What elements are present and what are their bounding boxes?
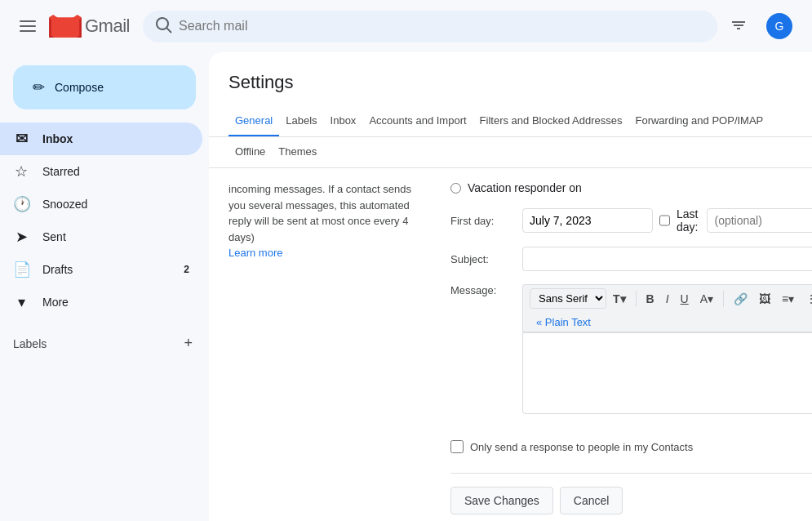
search-icon: [156, 17, 172, 36]
labels-title: Labels: [13, 337, 47, 350]
sidebar-item-sent[interactable]: ➤ Sent: [0, 220, 202, 253]
italic-button[interactable]: I: [661, 289, 674, 309]
settings-content: Settings General Labels Inbox Accounts a…: [209, 52, 812, 521]
toolbar-divider-1: [636, 291, 637, 307]
vacation-description-col: incoming messages. If a contact sends yo…: [209, 181, 437, 521]
subject-input[interactable]: [522, 247, 812, 271]
svg-rect-2: [20, 30, 36, 32]
sidebar-item-label: Drafts: [42, 263, 73, 276]
tab-accounts[interactable]: Accounts and Import: [362, 106, 473, 137]
vacation-form-col: Vacation responder on First day: Last da…: [437, 181, 812, 521]
drafts-badge: 2: [184, 264, 189, 275]
message-label-row: Message: Sans Serif T▾ B: [450, 284, 812, 414]
first-day-row: First day: Last day:: [450, 207, 812, 234]
underline-button[interactable]: U: [676, 289, 694, 309]
starred-icon: ☆: [13, 163, 29, 180]
svg-rect-0: [20, 20, 36, 22]
only-contacts-row: Only send a response to people in my Con…: [450, 440, 812, 453]
sidebar-item-label: More: [42, 296, 69, 309]
top-bar: Gmail G: [0, 0, 812, 52]
message-toolbar: Sans Serif T▾ B I U A▾: [522, 284, 812, 312]
last-day-input[interactable]: [707, 208, 812, 233]
link-button[interactable]: 🔗: [729, 289, 752, 309]
subtab-offline[interactable]: Offline: [229, 137, 272, 168]
compose-label: Compose: [55, 81, 104, 94]
tab-filters[interactable]: Filters and Blocked Addresses: [473, 106, 629, 137]
svg-rect-1: [20, 25, 36, 27]
settings-title: Settings: [209, 52, 812, 106]
font-family-select[interactable]: Sans Serif: [530, 288, 606, 309]
vacation-responder-on-label: Vacation responder on: [468, 181, 582, 194]
last-day-checkbox[interactable]: [659, 214, 670, 227]
tab-inbox[interactable]: Inbox: [324, 106, 363, 137]
inbox-icon: ✉: [13, 130, 29, 148]
hamburger-menu-button[interactable]: [13, 11, 42, 41]
text-color-button[interactable]: A▾: [695, 289, 718, 309]
vacation-responder-on-radio[interactable]: [450, 183, 461, 194]
main-area: ✏ Compose ✉ Inbox ☆ Starred 🕐 Snoozed ➤ …: [0, 52, 812, 521]
message-label: Message:: [450, 284, 516, 296]
align-button[interactable]: ≡▾: [777, 289, 799, 309]
tab-labels[interactable]: Labels: [279, 106, 323, 137]
tab-general[interactable]: General: [229, 106, 279, 137]
user-avatar: G: [766, 13, 792, 39]
only-contacts-label: Only send a response to people in my Con…: [470, 441, 693, 453]
sidebar-item-starred[interactable]: ☆ Starred: [0, 155, 202, 188]
cancel-button[interactable]: Cancel: [560, 487, 623, 514]
first-day-input[interactable]: [522, 208, 653, 233]
message-editor-container: Sans Serif T▾ B I U A▾: [522, 284, 812, 414]
sidebar-item-drafts[interactable]: 📄 Drafts 2: [0, 253, 202, 286]
settings-body: incoming messages. If a contact sends yo…: [209, 168, 812, 521]
labels-section-header: Labels +: [0, 325, 209, 362]
sidebar-item-label: Inbox: [42, 132, 73, 145]
first-day-label: First day:: [450, 215, 516, 227]
last-day-checkbox-label: Last day:: [659, 207, 700, 234]
save-changes-button[interactable]: Save Changes: [450, 487, 553, 514]
search-input[interactable]: [179, 19, 704, 33]
bold-button[interactable]: B: [641, 289, 659, 309]
subtab-themes[interactable]: Themes: [272, 137, 323, 168]
account-avatar[interactable]: G: [760, 7, 799, 46]
vacation-responder-on-row: Vacation responder on: [450, 181, 812, 194]
settings-tabs: General Labels Inbox Accounts and Import…: [209, 106, 812, 137]
only-contacts-checkbox[interactable]: [450, 440, 464, 453]
search-filter-button[interactable]: [724, 11, 753, 41]
sidebar-item-inbox[interactable]: ✉ Inbox: [0, 122, 202, 155]
sidebar-item-snoozed[interactable]: 🕐 Snoozed: [0, 188, 202, 220]
plain-text-link[interactable]: « Plain Text: [530, 313, 597, 332]
sidebar-item-label: Starred: [42, 165, 80, 178]
vacation-description: incoming messages. If a contact sends yo…: [229, 181, 418, 245]
message-row: Message: Sans Serif T▾ B: [450, 284, 812, 427]
compose-icon: ✏: [33, 78, 45, 96]
gmail-text: Gmail: [85, 16, 130, 37]
add-label-button[interactable]: +: [180, 332, 196, 355]
subject-label: Subject:: [450, 253, 516, 265]
plain-text-row: « Plain Text: [522, 312, 812, 332]
snoozed-icon: 🕐: [13, 195, 29, 213]
drafts-icon: 📄: [13, 260, 29, 278]
more-icon: ▾: [13, 293, 29, 311]
sent-icon: ➤: [13, 228, 29, 246]
sidebar-item-label: Snoozed: [42, 198, 87, 211]
font-size-button[interactable]: T▾: [608, 289, 631, 309]
gmail-logo: Gmail: [49, 15, 130, 38]
image-button[interactable]: 🖼: [754, 289, 775, 309]
sidebar-item-more[interactable]: ▾ More: [0, 286, 202, 318]
settings-subtabs: Offline Themes: [209, 137, 812, 168]
message-editor[interactable]: [522, 332, 812, 414]
toolbar-divider-2: [723, 291, 724, 307]
action-buttons: Save Changes Cancel: [450, 473, 812, 521]
tab-forwarding[interactable]: Forwarding and POP/IMAP: [628, 106, 770, 137]
settings-panel: Settings General Labels Inbox Accounts a…: [209, 52, 812, 521]
app-container: Gmail G ✏ Compose ✉: [0, 0, 812, 521]
subject-row: Subject:: [450, 247, 812, 271]
sidebar-item-label: Sent: [42, 230, 66, 243]
sidebar: ✏ Compose ✉ Inbox ☆ Starred 🕐 Snoozed ➤ …: [0, 52, 209, 521]
last-day-label: Last day:: [677, 207, 700, 234]
compose-button[interactable]: ✏ Compose: [13, 65, 196, 109]
search-bar: [143, 11, 717, 42]
learn-more-link[interactable]: Learn more: [229, 247, 282, 259]
more-toolbar-button[interactable]: ⋮: [801, 289, 812, 309]
